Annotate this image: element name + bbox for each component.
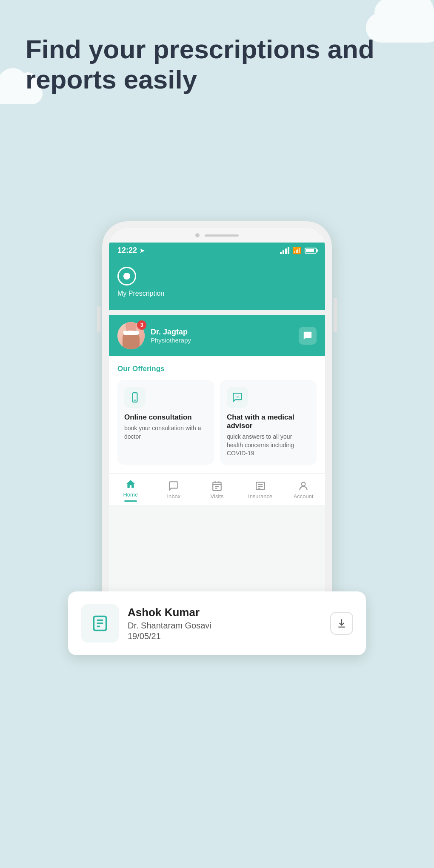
nav-item-insurance[interactable]: Insurance	[239, 480, 282, 500]
section-gap-1	[109, 310, 325, 315]
chat-advisor-title: Chat with a medical advisor	[227, 413, 310, 430]
svg-point-2	[236, 397, 237, 397]
download-button[interactable]	[330, 612, 353, 635]
phone-top-bar	[109, 228, 325, 243]
doctor-speciality: Physiotherapy	[151, 337, 293, 344]
phone-icon	[129, 392, 140, 403]
patient-name: Ashok Kumar	[128, 606, 322, 619]
nav-label-visits: Visits	[211, 493, 224, 500]
signal-icon	[280, 247, 289, 254]
phone-mockup: 12:22 ➤ 📶	[102, 221, 332, 632]
chat-bubble-icon	[232, 392, 243, 403]
bottom-navigation: Home Inbox	[109, 473, 325, 505]
nav-item-home[interactable]: Home	[109, 479, 152, 502]
chat-advisor-desc: quick answers to all your health concern…	[227, 433, 310, 458]
online-consultation-title: Online consultation	[124, 413, 207, 422]
insurance-icon	[255, 480, 266, 491]
location-arrow-icon: ➤	[140, 247, 145, 254]
offering-card-chat-advisor[interactable]: Chat with a medical advisor quick answer…	[220, 380, 317, 465]
wifi-icon: 📶	[293, 246, 301, 254]
visits-icon	[211, 480, 223, 491]
prescription-date: 19/05/21	[128, 631, 322, 641]
side-button-left	[97, 306, 100, 332]
doctor-name: Dr. Jagtap	[151, 328, 293, 337]
app-header: My Prescription	[109, 258, 325, 310]
status-icons: 📶	[280, 246, 317, 254]
online-consultation-desc: book your consultation with a doctor	[124, 424, 207, 441]
app-header-label: My Prescription	[117, 290, 317, 297]
status-bar: 12:22 ➤ 📶	[109, 243, 325, 258]
notification-badge: 3	[137, 320, 146, 330]
nav-active-indicator	[124, 500, 137, 502]
prescription-document-icon	[91, 614, 109, 633]
svg-point-15	[302, 483, 306, 486]
phone-icon-circle	[124, 387, 146, 408]
doctor-info: Dr. Jagtap Physiotherapy	[151, 328, 293, 344]
prescription-info: Ashok Kumar Dr. Shantaram Gosavi 19/05/2…	[128, 606, 322, 641]
nav-label-home: Home	[123, 491, 138, 498]
account-icon	[298, 480, 309, 491]
offerings-section: Our Offerings Online consultation	[109, 356, 325, 473]
prescription-icon-box	[81, 604, 119, 642]
phone-inner-screen: 12:22 ➤ 📶	[109, 228, 325, 625]
phone-camera	[195, 233, 200, 237]
offerings-grid: Online consultation book your consultati…	[117, 380, 317, 465]
prescribing-doctor: Dr. Shantaram Gosavi	[128, 621, 322, 631]
phone-outer-shell: 12:22 ➤ 📶	[102, 221, 332, 632]
doctor-card[interactable]: 3 Dr. Jagtap Physiotherapy	[109, 315, 325, 356]
doctor-avatar-wrapper: 3	[117, 322, 145, 349]
svg-point-4	[238, 397, 239, 397]
nav-label-inbox: Inbox	[167, 493, 180, 500]
svg-point-3	[237, 397, 238, 397]
chat-bubble-icon-circle	[227, 387, 248, 408]
hero-section: Find your prescriptions and reports easi…	[26, 34, 408, 95]
phone-speaker	[205, 234, 239, 237]
inbox-icon	[168, 480, 179, 491]
hero-title: Find your prescriptions and reports easi…	[26, 34, 408, 95]
chat-button[interactable]	[299, 327, 317, 345]
nav-label-account: Account	[294, 493, 314, 500]
battery-icon	[305, 248, 317, 254]
status-time: 12:22 ➤	[117, 246, 145, 255]
side-button-right	[334, 298, 337, 332]
prescription-card: Ashok Kumar Dr. Shantaram Gosavi 19/05/2…	[68, 591, 366, 655]
nav-item-visits[interactable]: Visits	[195, 480, 239, 500]
chat-icon	[303, 331, 312, 340]
prescription-icon	[117, 267, 136, 286]
home-icon	[125, 479, 136, 490]
offerings-title: Our Offerings	[117, 365, 317, 373]
phone-screen: 12:22 ➤ 📶	[109, 243, 325, 625]
offering-card-online-consultation[interactable]: Online consultation book your consultati…	[117, 380, 214, 465]
nav-label-insurance: Insurance	[248, 493, 272, 500]
nav-item-account[interactable]: Account	[282, 480, 325, 500]
nav-item-inbox[interactable]: Inbox	[152, 480, 196, 500]
download-icon	[336, 618, 347, 629]
